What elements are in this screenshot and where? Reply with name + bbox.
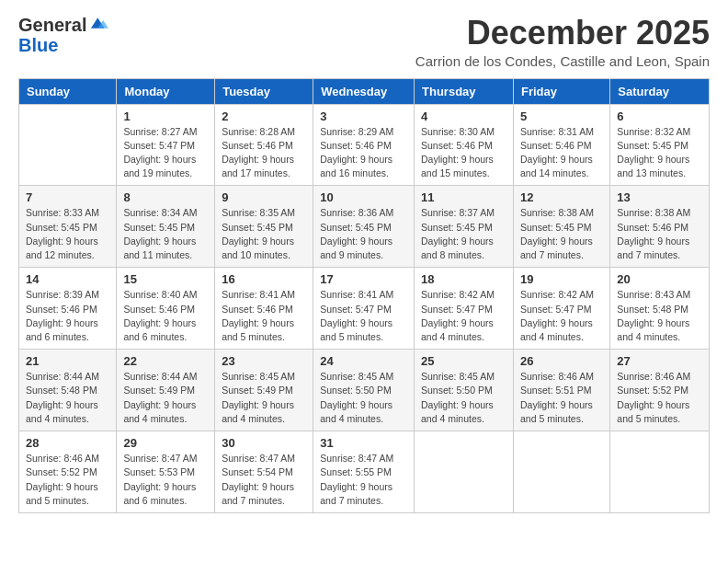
- day-number: 2: [222, 109, 306, 123]
- calendar-cell: 30Sunrise: 8:47 AMSunset: 5:54 PMDayligh…: [215, 431, 313, 513]
- logo-line1: General: [18, 15, 108, 35]
- calendar-cell: 7Sunrise: 8:33 AMSunset: 5:45 PMDaylight…: [19, 186, 117, 268]
- day-number: 7: [26, 190, 109, 204]
- day-number: 29: [123, 436, 208, 450]
- calendar-cell: [19, 104, 117, 186]
- calendar-cell: [610, 431, 710, 513]
- day-info: Sunrise: 8:27 AMSunset: 5:47 PMDaylight:…: [123, 125, 208, 181]
- day-number: 6: [617, 109, 702, 123]
- calendar-cell: 28Sunrise: 8:46 AMSunset: 5:52 PMDayligh…: [19, 431, 117, 513]
- day-number: 13: [617, 190, 702, 204]
- calendar-cell: 31Sunrise: 8:47 AMSunset: 5:55 PMDayligh…: [313, 431, 415, 513]
- calendar-cell: 26Sunrise: 8:46 AMSunset: 5:51 PMDayligh…: [513, 350, 609, 431]
- day-info: Sunrise: 8:38 AMSunset: 5:46 PMDaylight:…: [617, 206, 702, 262]
- calendar-cell: 29Sunrise: 8:47 AMSunset: 5:53 PMDayligh…: [117, 431, 215, 513]
- day-number: 14: [26, 272, 109, 286]
- day-info: Sunrise: 8:47 AMSunset: 5:53 PMDaylight:…: [123, 452, 208, 508]
- day-info: Sunrise: 8:33 AMSunset: 5:45 PMDaylight:…: [26, 206, 109, 262]
- day-number: 4: [421, 109, 506, 123]
- calendar-cell: 9Sunrise: 8:35 AMSunset: 5:45 PMDaylight…: [215, 186, 313, 268]
- day-info: Sunrise: 8:41 AMSunset: 5:47 PMDaylight:…: [320, 288, 407, 344]
- day-number: 20: [617, 272, 702, 286]
- calendar-week-row: 21Sunrise: 8:44 AMSunset: 5:48 PMDayligh…: [19, 350, 710, 431]
- day-number: 25: [421, 354, 506, 368]
- day-info: Sunrise: 8:34 AMSunset: 5:45 PMDaylight:…: [123, 206, 208, 262]
- calendar-cell: 11Sunrise: 8:37 AMSunset: 5:45 PMDayligh…: [415, 186, 514, 268]
- calendar-cell: 8Sunrise: 8:34 AMSunset: 5:45 PMDaylight…: [117, 186, 215, 268]
- page-header: General Blue December 2025 Carrion de lo…: [18, 15, 710, 69]
- month-title: December 2025: [415, 15, 710, 52]
- calendar-week-row: 28Sunrise: 8:46 AMSunset: 5:52 PMDayligh…: [19, 431, 710, 513]
- logo-line2: Blue: [18, 35, 108, 55]
- day-number: 1: [123, 109, 208, 123]
- calendar-cell: 19Sunrise: 8:42 AMSunset: 5:47 PMDayligh…: [513, 268, 609, 350]
- day-info: Sunrise: 8:46 AMSunset: 5:52 PMDaylight:…: [26, 452, 109, 508]
- day-info: Sunrise: 8:35 AMSunset: 5:45 PMDaylight:…: [222, 206, 306, 262]
- calendar-week-row: 7Sunrise: 8:33 AMSunset: 5:45 PMDaylight…: [19, 186, 710, 268]
- day-number: 23: [222, 354, 306, 368]
- calendar-cell: 27Sunrise: 8:46 AMSunset: 5:52 PMDayligh…: [610, 350, 710, 431]
- day-info: Sunrise: 8:43 AMSunset: 5:48 PMDaylight:…: [617, 288, 702, 344]
- weekday-header-thursday: Thursday: [415, 78, 514, 104]
- calendar-cell: 13Sunrise: 8:38 AMSunset: 5:46 PMDayligh…: [610, 186, 710, 268]
- day-info: Sunrise: 8:39 AMSunset: 5:46 PMDaylight:…: [26, 288, 109, 344]
- calendar-cell: 6Sunrise: 8:32 AMSunset: 5:45 PMDaylight…: [610, 104, 710, 186]
- day-info: Sunrise: 8:45 AMSunset: 5:50 PMDaylight:…: [421, 370, 506, 426]
- calendar-cell: 21Sunrise: 8:44 AMSunset: 5:48 PMDayligh…: [19, 350, 117, 431]
- logo-icon: [88, 13, 108, 33]
- day-info: Sunrise: 8:47 AMSunset: 5:54 PMDaylight:…: [222, 452, 306, 508]
- day-number: 22: [123, 354, 208, 368]
- calendar-table: SundayMondayTuesdayWednesdayThursdayFrid…: [18, 78, 710, 513]
- logo: General Blue: [18, 15, 108, 55]
- calendar-cell: [415, 431, 514, 513]
- day-number: 16: [222, 272, 306, 286]
- day-number: 15: [123, 272, 208, 286]
- weekday-header-monday: Monday: [117, 78, 215, 104]
- calendar-cell: 14Sunrise: 8:39 AMSunset: 5:46 PMDayligh…: [19, 268, 117, 350]
- day-number: 27: [617, 354, 702, 368]
- day-info: Sunrise: 8:28 AMSunset: 5:46 PMDaylight:…: [222, 125, 306, 181]
- day-number: 30: [222, 436, 306, 450]
- calendar-cell: 22Sunrise: 8:44 AMSunset: 5:49 PMDayligh…: [117, 350, 215, 431]
- day-info: Sunrise: 8:42 AMSunset: 5:47 PMDaylight:…: [520, 288, 603, 344]
- day-info: Sunrise: 8:41 AMSunset: 5:46 PMDaylight:…: [222, 288, 306, 344]
- calendar-cell: 4Sunrise: 8:30 AMSunset: 5:46 PMDaylight…: [415, 104, 514, 186]
- calendar-week-row: 14Sunrise: 8:39 AMSunset: 5:46 PMDayligh…: [19, 268, 710, 350]
- calendar-cell: 16Sunrise: 8:41 AMSunset: 5:46 PMDayligh…: [215, 268, 313, 350]
- day-number: 12: [520, 190, 603, 204]
- day-number: 10: [320, 190, 407, 204]
- day-number: 24: [320, 354, 407, 368]
- weekday-header-saturday: Saturday: [610, 78, 710, 104]
- calendar-cell: 25Sunrise: 8:45 AMSunset: 5:50 PMDayligh…: [415, 350, 514, 431]
- calendar-cell: 12Sunrise: 8:38 AMSunset: 5:45 PMDayligh…: [513, 186, 609, 268]
- day-number: 18: [421, 272, 506, 286]
- day-number: 11: [421, 190, 506, 204]
- day-number: 3: [320, 109, 407, 123]
- day-info: Sunrise: 8:40 AMSunset: 5:46 PMDaylight:…: [123, 288, 208, 344]
- day-info: Sunrise: 8:45 AMSunset: 5:50 PMDaylight:…: [320, 370, 407, 426]
- calendar-cell: 10Sunrise: 8:36 AMSunset: 5:45 PMDayligh…: [313, 186, 415, 268]
- weekday-header-row: SundayMondayTuesdayWednesdayThursdayFrid…: [19, 78, 710, 104]
- day-number: 17: [320, 272, 407, 286]
- calendar-cell: 24Sunrise: 8:45 AMSunset: 5:50 PMDayligh…: [313, 350, 415, 431]
- day-info: Sunrise: 8:42 AMSunset: 5:47 PMDaylight:…: [421, 288, 506, 344]
- calendar-cell: 18Sunrise: 8:42 AMSunset: 5:47 PMDayligh…: [415, 268, 514, 350]
- location-subtitle: Carrion de los Condes, Castille and Leon…: [415, 53, 710, 69]
- day-number: 9: [222, 190, 306, 204]
- day-info: Sunrise: 8:38 AMSunset: 5:45 PMDaylight:…: [520, 206, 603, 262]
- calendar-cell: 1Sunrise: 8:27 AMSunset: 5:47 PMDaylight…: [117, 104, 215, 186]
- calendar-cell: 5Sunrise: 8:31 AMSunset: 5:46 PMDaylight…: [513, 104, 609, 186]
- day-number: 5: [520, 109, 603, 123]
- weekday-header-friday: Friday: [513, 78, 609, 104]
- day-info: Sunrise: 8:30 AMSunset: 5:46 PMDaylight:…: [421, 125, 506, 181]
- weekday-header-sunday: Sunday: [19, 78, 117, 104]
- weekday-header-wednesday: Wednesday: [313, 78, 415, 104]
- day-info: Sunrise: 8:36 AMSunset: 5:45 PMDaylight:…: [320, 206, 407, 262]
- calendar-week-row: 1Sunrise: 8:27 AMSunset: 5:47 PMDaylight…: [19, 104, 710, 186]
- title-block: December 2025 Carrion de los Condes, Cas…: [415, 15, 710, 69]
- calendar-cell: 17Sunrise: 8:41 AMSunset: 5:47 PMDayligh…: [313, 268, 415, 350]
- day-info: Sunrise: 8:45 AMSunset: 5:49 PMDaylight:…: [222, 370, 306, 426]
- day-number: 28: [26, 436, 109, 450]
- day-info: Sunrise: 8:46 AMSunset: 5:52 PMDaylight:…: [617, 370, 702, 426]
- day-info: Sunrise: 8:44 AMSunset: 5:48 PMDaylight:…: [26, 370, 109, 426]
